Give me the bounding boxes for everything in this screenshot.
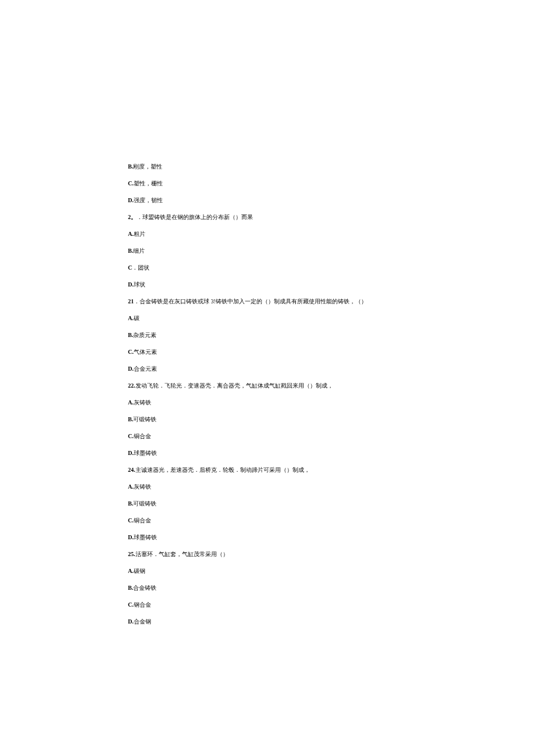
line-text: 碳 bbox=[134, 315, 140, 321]
text-line: 25.活塞环．气缸套，气缸茂常采用（） bbox=[128, 550, 407, 558]
line-prefix: C. bbox=[128, 601, 134, 608]
line-prefix: C. bbox=[128, 349, 134, 355]
text-line: A.粗片 bbox=[128, 230, 407, 238]
line-prefix: B. bbox=[128, 332, 133, 338]
line-text: 合金铸铁 bbox=[133, 585, 156, 591]
line-prefix: A. bbox=[128, 231, 134, 237]
line-prefix: B. bbox=[128, 500, 133, 507]
line-prefix: D. bbox=[128, 618, 134, 625]
line-text: 钢合金 bbox=[134, 601, 151, 608]
line-text: 碳钢 bbox=[134, 568, 145, 574]
line-text: ．团状 bbox=[132, 264, 149, 271]
line-text: 细片 bbox=[133, 248, 145, 254]
line-text: 强度，韧性 bbox=[134, 197, 163, 203]
line-text: 粗片 bbox=[134, 231, 145, 237]
text-line: 22.发动飞轮．飞轮光．变速器壳．离合器壳，气缸体成气缸戳回来用（）制成， bbox=[128, 382, 407, 390]
text-line: D.强度，韧性 bbox=[128, 196, 407, 205]
text-line: B.可锻铸铁 bbox=[128, 500, 407, 508]
text-line: C.气体元素 bbox=[128, 348, 407, 356]
text-line: B.可锻铸铁 bbox=[128, 415, 407, 424]
text-line: C.铜合金 bbox=[128, 517, 407, 525]
line-text: 塑性，栅性 bbox=[134, 180, 163, 187]
line-text: ．球盟铸铁是在钢的旗体上的分布新（）而果 bbox=[137, 214, 253, 220]
line-prefix: A. bbox=[128, 315, 134, 321]
line-text: 灰铸铁 bbox=[134, 483, 151, 490]
line-text: 杂质元素 bbox=[133, 332, 156, 338]
text-line: C．团状 bbox=[128, 264, 407, 272]
line-prefix: 2。 bbox=[128, 214, 137, 220]
line-prefix: C. bbox=[128, 180, 134, 187]
text-line: A.灰铸铁 bbox=[128, 483, 407, 491]
line-prefix: D. bbox=[128, 281, 134, 288]
line-prefix: 21 bbox=[128, 298, 134, 304]
text-line: B.细片 bbox=[128, 247, 407, 255]
text-line: D.球状 bbox=[128, 281, 407, 289]
line-text: 灰铸铁 bbox=[134, 399, 151, 406]
text-line: B.杂质元素 bbox=[128, 331, 407, 339]
line-prefix: D. bbox=[128, 534, 134, 540]
line-text: 活塞环．气缸套，气缸茂常采用（） bbox=[135, 551, 229, 557]
text-line: C.铜合金 bbox=[128, 432, 407, 440]
text-line: B.刚度，塑性 bbox=[128, 163, 407, 171]
text-line: A.碳钢 bbox=[128, 567, 407, 575]
line-prefix: B. bbox=[128, 585, 133, 591]
line-text: 铜合金 bbox=[134, 433, 151, 439]
text-line: D.合金元素 bbox=[128, 365, 407, 373]
line-text: 球状 bbox=[134, 281, 145, 288]
line-text: 气体元素 bbox=[134, 349, 157, 355]
line-prefix: D. bbox=[128, 366, 134, 372]
line-text: 可锻铸铁 bbox=[133, 416, 156, 422]
line-prefix: C. bbox=[128, 517, 134, 524]
line-text: 发动飞轮．飞轮光．变速器壳．离合器壳，气缸体成气缸戳回来用（）制成， bbox=[135, 382, 333, 389]
line-prefix: C. bbox=[128, 433, 134, 439]
line-text: 球墨铸铁 bbox=[134, 534, 157, 540]
line-text: 可锻铸铁 bbox=[133, 500, 156, 507]
line-prefix: D. bbox=[128, 450, 134, 456]
text-line: A.灰铸铁 bbox=[128, 399, 407, 407]
line-prefix: B. bbox=[128, 248, 133, 254]
document-content: B.刚度，塑性C.塑性，栅性D.强度，韧性2。．球盟铸铁是在钢的旗体上的分布新（… bbox=[128, 163, 407, 626]
line-prefix: A. bbox=[128, 483, 134, 490]
line-text: 铜合金 bbox=[134, 517, 151, 524]
line-text: 合金钢 bbox=[134, 618, 151, 625]
text-line: B.合金铸铁 bbox=[128, 584, 407, 592]
text-line: C.钢合金 bbox=[128, 601, 407, 609]
line-text: 主诚速器光，差速器壳．后桥克．轮毂．制动蹄片可采用（）制成， bbox=[135, 467, 310, 473]
line-prefix: B. bbox=[128, 416, 133, 422]
text-line: A.碳 bbox=[128, 314, 407, 323]
line-text: ．合金铸铁是在灰口铸铁或球 3!铸铁中加入一定的（）制成具有所藏使用性能的铸铁，… bbox=[134, 298, 367, 304]
line-prefix: 25. bbox=[128, 551, 135, 557]
line-prefix: A. bbox=[128, 399, 134, 406]
line-prefix: 24. bbox=[128, 467, 135, 473]
text-line: D.球墨铸铁 bbox=[128, 533, 407, 542]
line-text: 刚度，塑性 bbox=[133, 163, 162, 170]
line-text: 合金元素 bbox=[134, 366, 157, 372]
text-line: D.球墨铸铁 bbox=[128, 449, 407, 457]
text-line: 2。．球盟铸铁是在钢的旗体上的分布新（）而果 bbox=[128, 213, 407, 221]
line-prefix: B. bbox=[128, 163, 133, 170]
text-line: C.塑性，栅性 bbox=[128, 180, 407, 188]
line-prefix: D. bbox=[128, 197, 134, 203]
line-text: 球墨铸铁 bbox=[134, 450, 157, 456]
text-line: D.合金钢 bbox=[128, 618, 407, 626]
line-prefix: 22. bbox=[128, 382, 135, 389]
text-line: 21．合金铸铁是在灰口铸铁或球 3!铸铁中加入一定的（）制成具有所藏使用性能的铸… bbox=[128, 298, 407, 306]
text-line: 24.主诚速器光，差速器壳．后桥克．轮毂．制动蹄片可采用（）制成， bbox=[128, 466, 407, 474]
line-prefix: A. bbox=[128, 568, 134, 574]
